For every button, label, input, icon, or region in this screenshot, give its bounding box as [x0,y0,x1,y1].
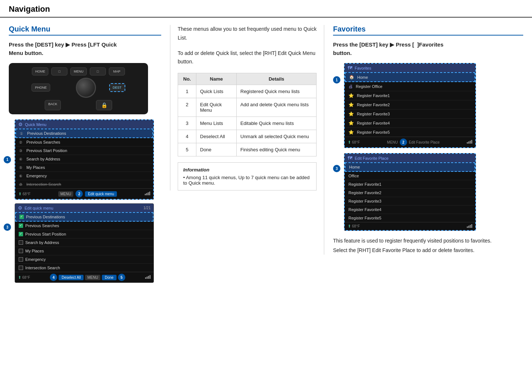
lock-icon-btn: 🔒 [96,100,112,110]
star-icon-5: ⭐ [348,130,354,135]
screen2-header: ⚙ Edit quick menu 1/21 [15,204,154,212]
done-btn[interactable]: Done [102,275,117,280]
info-box-title: Information [183,167,311,173]
info-box: Information • Among 11 quick menus, Up t… [178,162,317,191]
dest-btn[interactable]: DEST [109,83,125,92]
fav-screen1: 🗺 Favorites 🏠 Home 🖨 Register Office ⭐ R… [344,63,476,148]
screen1-menu-btn[interactable]: MENU [58,191,73,197]
col-name: Name [196,73,237,85]
fav-edit-icon: 🗺 [348,155,352,161]
edit-item-2[interactable]: Previous Searches [15,222,154,230]
fav-badge-2: 2 [400,138,407,146]
fav-desc1: This feature is used to register frequen… [333,237,523,245]
col-details: Details [237,73,317,85]
screen1-header-label: Quick Menu [25,122,47,127]
edit-quick-menu-btn[interactable]: Edit quick menu [85,191,117,197]
quick-menu-screen2: ⚙ Edit quick menu 1/21 Previous Destinat… [15,203,154,283]
knob[interactable] [76,78,96,98]
fav-signal-2 [467,224,472,229]
cell-details-3: Editable Quick menu lists [237,117,317,130]
table-row: 1 Quick Lists Registered Quick menu list… [178,85,317,98]
cell-no-2: 2 [178,98,196,117]
favorites-desc: This feature is used to register frequen… [333,237,523,255]
check-my-places[interactable] [19,249,23,253]
edit-item-3[interactable]: Previous Start Position [15,230,154,238]
cell-no-5: 5 [178,143,196,156]
cell-name-3: Menu Lists [196,117,237,130]
list-item-3[interactable]: ③ Previous Start Position [15,147,153,155]
fav-list2: Home Office Register Favorite1 Register … [345,162,475,222]
map-btn[interactable]: MAP [109,67,125,75]
fav-item-fav1[interactable]: ⭐ Register Favorite1 [345,91,475,100]
check-emergency[interactable] [19,257,23,262]
icon-btn2: □ [90,67,106,75]
screen2-temp: ⬆ 68°F [18,275,30,280]
edit-item-4[interactable]: Search by Address [15,238,154,247]
screen2-footer: ⬆ 68°F 4 Deselect All MENU Done 5 [15,272,154,282]
screen2-menu-btn[interactable]: MENU [85,275,100,280]
fav-badge-1: 1 [333,76,340,84]
fav-menu-btn[interactable]: MENU [387,140,398,144]
back-btn[interactable]: BACK [45,100,61,110]
device-image: HOME □ MENU □ MAP PHONE DEST BACK 🔒 [9,63,148,114]
fav-screen1-wrapper: 1 🗺 Favorites 🏠 Home 🖨 Register Office [344,63,523,148]
fav-item-fav3[interactable]: ⭐ Register Favorite3 [345,110,475,119]
cell-no-3: 3 [178,117,196,130]
cell-no-4: 4 [178,130,196,143]
icon-btn1: □ [51,67,67,75]
fav-edit-office[interactable]: Office [345,172,475,180]
edit-item-5[interactable]: My Places [15,247,154,255]
check-prev-start[interactable] [19,232,23,236]
home-btn[interactable]: HOME [32,67,48,75]
list-item-5[interactable]: ⑤ My Places [15,163,153,172]
star-icon-2: ⭐ [348,102,354,107]
edit-item-6[interactable]: Emergency [15,255,154,264]
fav-item-fav2[interactable]: ⭐ Register Favorite2 [345,100,475,110]
check-prev-searches[interactable] [19,223,23,228]
fav-desc2: Select the [RHT] Edit Favorite Place to … [333,246,523,254]
list-item-4[interactable]: ④ Search by Address [15,155,153,163]
list-item-2[interactable]: ② Previous Searches [15,138,153,147]
phone-btn[interactable]: PHONE [32,84,50,92]
fav-item-office[interactable]: 🖨 Register Office [345,82,475,91]
fav-screen2-footer: ⬆ 68°F [345,222,475,230]
favorites-title: Favorites [333,25,523,36]
fav-edit-fav1[interactable]: Register Favorite1 [345,180,475,189]
fav-item-home[interactable]: 🏠 Home [345,72,475,82]
fav-screen1-footer: ⬆ 68°F MENU 2 Edit Favorite Place [345,137,475,147]
badge-5: 5 [118,274,125,281]
check-intersection[interactable] [19,266,23,270]
quick-menu-screen1-wrapper: 1 ⚙ Quick Menu ① Previous Destinations ②… [15,119,161,200]
deselect-all-btn[interactable]: Deselect All [59,275,84,280]
check-search-addr[interactable] [19,240,23,245]
list-item-1[interactable]: ① Previous Destinations [15,129,153,138]
edit-item-1[interactable]: Previous Destinations [15,212,154,222]
fav-item-fav4[interactable]: ⭐ Register Favorite4 [345,119,475,128]
fav-item-fav5[interactable]: ⭐ Register Favorite5 [345,128,475,137]
col-no: No. [178,73,196,85]
cell-details-4: Unmark all selected Quick menu [237,130,317,143]
edit-gear-icon: ⚙ [18,205,22,211]
fav-edit-fav3[interactable]: Register Favorite3 [345,197,475,206]
list-item-6[interactable]: ⑥ Emergency [15,172,153,180]
screen2-counter: 1/21 [144,206,151,210]
quick-menu-screen2-wrapper: 3 ⚙ Edit quick menu 1/21 Previous Destin… [15,203,161,283]
fav-edit-home[interactable]: Home [345,162,475,172]
settings-icon: ⚙ [18,122,23,127]
fav-screen2-wrapper: 3 🗺 Edit Favorite Place Home Office Regi… [344,153,523,231]
quick-menu-table: No. Name Details 1 Quick Lists Registere… [178,73,317,156]
list-item-7[interactable]: ⑦ Intersection Search [15,180,153,188]
main-layout: Quick Menu Press the [DEST] key ▶ Press … [0,18,532,294]
fav-screen2-header: 🗺 Edit Favorite Place [345,154,475,162]
edit-item-7[interactable]: Intersection Search [15,264,154,272]
fav-edit-fav4[interactable]: Register Favorite4 [345,206,475,214]
fav-edit-fav5[interactable]: Register Favorite5 [345,214,475,222]
fav-edit-fav2[interactable]: Register Favorite2 [345,189,475,197]
badge-4: 4 [50,274,57,281]
check-prev-dest[interactable] [19,215,24,219]
cell-name-5: Done [196,143,237,156]
menu-btn-device[interactable]: MENU [70,67,87,75]
edit-favorite-btn[interactable]: Edit Favorite Place [409,140,440,144]
page-title: Navigation [9,4,523,14]
signal-icon [145,192,150,196]
